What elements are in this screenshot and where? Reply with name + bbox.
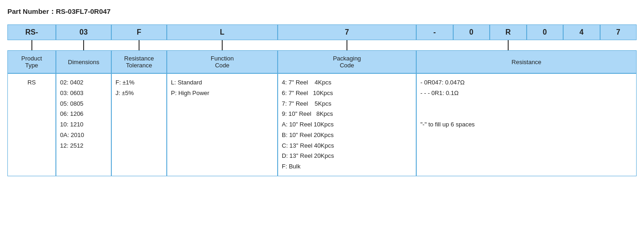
sub-code-1: 0 [453, 24, 490, 40]
value-03: 02: 0402 03: 0603 05: 0805 06: 1206 10: … [56, 73, 111, 176]
value-rs: RS [7, 73, 56, 176]
label-rs: Product Type [7, 50, 56, 73]
label-f: Resistance Tolerance [111, 50, 167, 73]
code-box-7: 7 [278, 24, 416, 40]
sub-code-2: R [490, 24, 527, 40]
label-03: Dimensions [56, 50, 111, 73]
code-box-f: F [111, 24, 167, 40]
label-l: Function Code [167, 50, 278, 73]
code-box-rs: RS- [7, 24, 56, 40]
sub-vline-3 [527, 40, 564, 50]
sub-code-5: 7 [600, 24, 637, 40]
value-f: F: ±1% J: ±5% [111, 73, 167, 176]
part-number-table: RS-Product TypeRS03Dimensions02: 0402 03… [7, 24, 637, 176]
sub-code-4: 4 [563, 24, 600, 40]
section-l: LFunction CodeL: Standard P: High Power [167, 24, 278, 176]
label-resistance: Resistance [416, 50, 637, 73]
sub-vline-2 [490, 40, 527, 50]
section-rs: RS-Product TypeRS [7, 24, 56, 176]
section-resistance: -0R047Resistance- 0R047: 0.047Ω- - - 0R1… [416, 24, 637, 176]
sub-vline-1 [453, 40, 490, 50]
sub-code-3: 0 [527, 24, 564, 40]
section-f: FResistance ToleranceF: ±1% J: ±5% [111, 24, 167, 176]
value-l: L: Standard P: High Power [167, 73, 278, 176]
sub-vline-4 [563, 40, 600, 50]
section-7: 7Packaging Code4: 7" Reel 4Kpcs 6: 7" Re… [278, 24, 416, 176]
label-7: Packaging Code [278, 50, 416, 73]
section-03: 03Dimensions02: 0402 03: 0603 05: 0805 0… [56, 24, 111, 176]
sub-vline-0 [416, 40, 453, 50]
sub-code-0: - [416, 24, 453, 40]
code-box-l: L [167, 24, 278, 40]
value-resistance: - 0R047: 0.047Ω- - - 0R1: 0.1Ω"-" to fil… [416, 73, 637, 176]
sub-vline-5 [600, 40, 637, 50]
code-box-03: 03 [56, 24, 111, 40]
page-title: Part Number：RS-03FL7-0R047 [7, 7, 637, 16]
value-7: 4: 7" Reel 4Kpcs 6: 7" Reel 10Kpcs 7: 7"… [278, 73, 416, 176]
